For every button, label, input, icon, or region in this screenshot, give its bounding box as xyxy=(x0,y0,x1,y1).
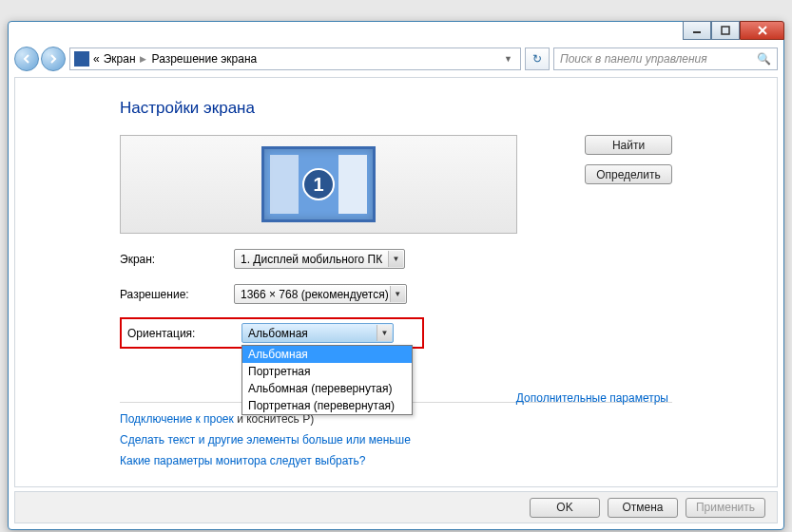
orientation-label: Ориентация: xyxy=(127,327,241,340)
page-title: Настройки экрана xyxy=(120,99,672,118)
advanced-settings-link[interactable]: Дополнительные параметры xyxy=(516,391,668,405)
chevron-down-icon: ▼ xyxy=(390,286,405,302)
chevron-down-icon[interactable]: ▼ xyxy=(500,54,516,64)
screen-select[interactable]: 1. Дисплей мобильного ПК ▼ xyxy=(234,249,405,269)
which-monitor-link[interactable]: Какие параметры монитора следует выбрать… xyxy=(120,454,672,467)
detect-button[interactable]: Определить xyxy=(585,164,672,184)
orientation-select[interactable]: Альбомная ▼ xyxy=(241,323,394,343)
orientation-option[interactable]: Альбомная (перевернутая) xyxy=(242,380,412,397)
monitor-preview: 1 xyxy=(120,135,517,234)
search-icon: 🔍 xyxy=(757,52,771,66)
content-area: Настройки экрана 1 Найти Определить Экра… xyxy=(14,77,778,487)
orientation-option[interactable]: Портретная xyxy=(242,363,412,380)
settings-window: « Экран ▶ Разрешение экрана ▼ ↻ Поиск в … xyxy=(8,21,784,530)
orientation-option[interactable]: Портретная (перевернутая) xyxy=(242,397,412,414)
back-button[interactable] xyxy=(14,47,39,71)
close-button[interactable] xyxy=(740,21,784,40)
orientation-dropdown: Альбомная Портретная Альбомная (переверн… xyxy=(241,345,413,415)
chevron-right-icon: ▶ xyxy=(138,54,148,64)
orientation-option[interactable]: Альбомная xyxy=(242,346,412,363)
cancel-button[interactable]: Отмена xyxy=(608,498,678,518)
resolution-select[interactable]: 1366 × 768 (рекомендуется) ▼ xyxy=(234,284,407,304)
breadcrumb-item[interactable]: Разрешение экрана xyxy=(152,52,258,66)
search-placeholder: Поиск в панели управления xyxy=(560,52,707,66)
nav-bar: « Экран ▶ Разрешение экрана ▼ ↻ Поиск в … xyxy=(14,45,778,73)
svg-rect-1 xyxy=(722,27,729,34)
address-bar[interactable]: « Экран ▶ Разрешение экрана ▼ xyxy=(69,48,521,70)
screen-label: Экран: xyxy=(120,253,234,266)
chevron-down-icon: ▼ xyxy=(377,325,392,341)
search-input[interactable]: Поиск в панели управления 🔍 xyxy=(553,48,778,70)
bottom-bar: OK Отмена Применить xyxy=(14,491,778,523)
resolution-label: Разрешение: xyxy=(120,288,234,301)
monitor-number: 1 xyxy=(302,168,335,200)
minimize-button[interactable] xyxy=(683,21,711,40)
refresh-button[interactable]: ↻ xyxy=(525,48,550,70)
breadcrumb-prefix: « xyxy=(93,52,100,66)
chevron-down-icon: ▼ xyxy=(388,251,403,267)
apply-button[interactable]: Применить xyxy=(686,498,765,518)
ok-button[interactable]: OK xyxy=(530,498,600,518)
maximize-button[interactable] xyxy=(711,21,740,40)
orientation-highlight: Ориентация: Альбомная ▼ Альбомная Портре… xyxy=(120,317,424,349)
find-button[interactable]: Найти xyxy=(585,135,672,155)
breadcrumb-item[interactable]: Экран ▶ xyxy=(104,52,148,66)
control-panel-icon xyxy=(74,51,89,66)
monitor-thumb[interactable]: 1 xyxy=(261,146,376,222)
forward-button[interactable] xyxy=(41,47,66,71)
window-controls xyxy=(683,21,784,40)
text-size-link[interactable]: Сделать текст и другие элементы больше и… xyxy=(120,433,672,446)
